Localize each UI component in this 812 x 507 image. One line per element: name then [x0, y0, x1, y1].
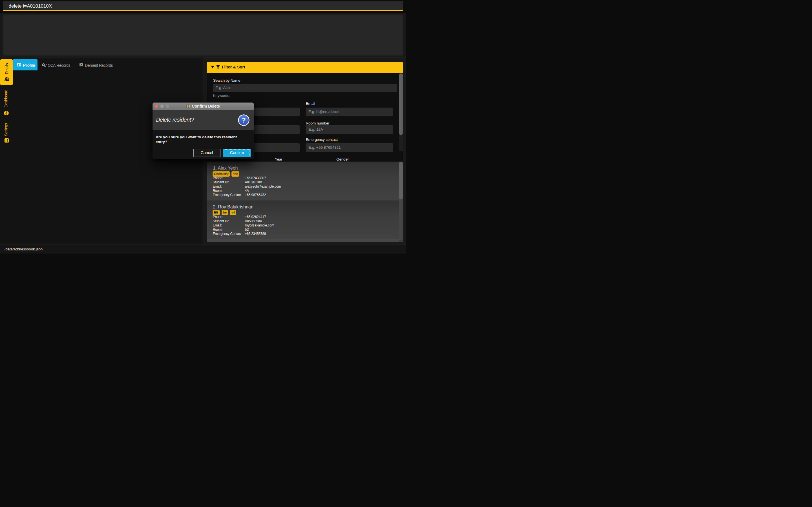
svg-text:?: ? — [242, 117, 246, 124]
